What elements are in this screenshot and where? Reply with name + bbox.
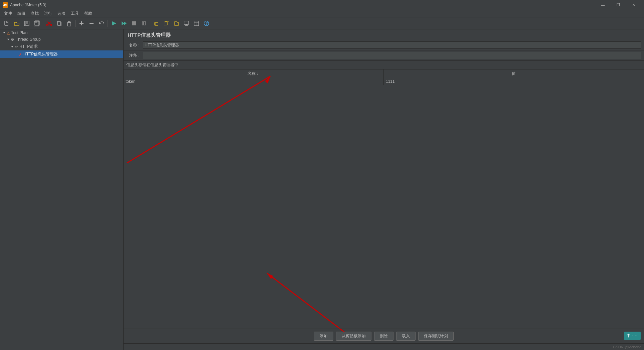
undo-toolbar-btn[interactable] [97,19,106,28]
menu-bar: 文件 编辑 查找 运行 选项 工具 帮助 [0,10,644,17]
comment-input[interactable] [143,52,641,59]
title-bar: JM Apache JMeter (5.3) — ❐ ✕ [0,0,644,10]
tree-item-test-plan[interactable]: ▼ △ Test Plan [0,29,123,36]
thread-group-icon: ⚙ [11,37,14,42]
svg-rect-21 [132,21,136,25]
svg-marker-20 [124,21,127,25]
table-cell-value[interactable] [384,78,644,85]
cut-btn[interactable] [44,19,54,28]
clear-all-toolbar-btn[interactable] [162,19,171,28]
tree-item-thread-group[interactable]: ▼ ⚙ Thread Group [0,36,123,43]
save-all-btn[interactable] [32,19,41,28]
tree-label-thread-group: Thread Group [16,37,41,42]
paste-btn[interactable] [64,19,74,28]
new-btn[interactable] [2,19,11,28]
svg-rect-27 [164,22,167,25]
svg-marker-19 [122,21,124,25]
save-test-plan-btn[interactable]: 保存测试计划 [418,332,454,341]
tree-label-http-request: HTTP请求 [19,44,38,49]
add-from-clipboard-btn[interactable]: 从剪贴板添加 [336,332,371,341]
sep4 [150,20,150,27]
sep2 [75,20,75,27]
run-toolbar-btn[interactable] [109,19,119,28]
minimize-btn[interactable]: — [595,0,611,10]
content-panel: HTTP信息头管理器 名称： 注释： 信息头存储在信息头管理器中 名称： 值 [124,29,644,350]
svg-rect-14 [68,21,70,23]
sidebar-resize-handle[interactable] [122,29,123,350]
tree-arrow-thread-group: ▼ [7,38,11,41]
svg-rect-2 [25,21,28,23]
tree-label-http-header: HTTP信息头管理器 [23,51,58,57]
name-label: 名称： [126,42,143,48]
tree-item-http-request[interactable]: ▼ ✏ HTTP请求 [0,43,123,50]
floating-widget[interactable]: 中 · ← [624,332,641,340]
menu-search[interactable]: 查找 [28,10,41,17]
col-value-header: 值 [384,69,644,78]
copy-btn[interactable] [54,19,64,28]
info-text: 信息头存储在信息头管理器中 [126,62,178,67]
shutdown-toolbar-btn[interactable] [139,19,149,28]
restore-btn[interactable]: ❐ [611,0,626,10]
panel-title: HTTP信息头管理器 [124,29,644,40]
stop-toolbar-btn[interactable] [129,19,139,28]
svg-rect-22 [142,22,146,25]
clear-toolbar-btn[interactable] [152,19,161,28]
svg-rect-28 [184,21,189,24]
tree-arrow-test-plan: ▼ [3,31,7,34]
window-controls: — ❐ ✕ [595,0,641,10]
header-name-input[interactable] [126,79,381,84]
open-btn[interactable] [12,19,21,28]
headers-table: 名称： 值 [124,69,644,350]
name-input[interactable] [143,41,641,49]
tree-arrow-http-request: ▼ [11,45,15,48]
menu-edit[interactable]: 编辑 [15,10,28,17]
sep1 [43,20,43,27]
help-toolbar-btn[interactable]: ? [202,19,211,28]
table-cell-name[interactable] [124,78,384,85]
save-btn[interactable] [22,19,31,28]
sep3 [108,20,108,27]
add-toolbar-btn[interactable] [77,19,86,28]
svg-rect-0 [5,21,8,25]
main-layout: ▼ △ Test Plan ▼ ⚙ Thread Group ▼ ✏ HTTP请… [0,29,644,350]
info-row: 信息头存储在信息头管理器中 [124,61,644,69]
toolbar: ? [0,17,644,29]
table-row[interactable] [124,78,644,85]
menu-options[interactable]: 选项 [55,10,68,17]
add-row-btn[interactable]: 添加 [314,332,333,341]
header-value-input[interactable] [386,79,642,84]
svg-marker-18 [112,21,116,25]
http-header-icon: ✗ [19,52,22,57]
status-bar: CSDN @Mcband [124,343,644,350]
http-request-icon: ✏ [15,44,18,49]
svg-rect-31 [194,21,199,26]
template-toolbar-btn[interactable] [192,19,201,28]
comment-row: 注释： [124,50,644,61]
menu-run[interactable]: 运行 [41,10,55,17]
name-row: 名称： [124,40,644,50]
remote-toolbar-btn[interactable] [182,19,191,28]
table-header: 名称： 值 [124,69,644,78]
app-icon: JM [3,2,8,8]
svg-text:?: ? [206,21,208,25]
menu-file[interactable]: 文件 [1,10,15,17]
delete-row-btn[interactable]: 删除 [374,332,393,341]
remove-toolbar-btn[interactable] [87,19,96,28]
import-toolbar-btn[interactable] [172,19,181,28]
floating-widget-text: 中 · ← [627,333,638,339]
run-from-toolbar-btn[interactable] [119,19,129,28]
test-plan-icon: △ [7,30,10,35]
close-btn[interactable]: ✕ [626,0,641,10]
tree-item-http-header[interactable]: ✗ HTTP信息头管理器 [0,50,123,58]
col-name-header: 名称： [124,69,384,78]
svg-rect-24 [155,22,158,25]
title-bar-left: JM Apache JMeter (5.3) [3,2,46,8]
svg-rect-5 [35,21,37,23]
menu-tools[interactable]: 工具 [68,10,82,17]
bottom-bar: 添加 从剪贴板添加 删除 载入 保存测试计划 [124,329,644,343]
load-btn[interactable]: 载入 [396,332,416,341]
menu-help[interactable]: 帮助 [82,10,95,17]
svg-rect-3 [25,24,28,25]
sidebar: ▼ △ Test Plan ▼ ⚙ Thread Group ▼ ✏ HTTP请… [0,29,124,350]
comment-label: 注释： [126,53,143,58]
